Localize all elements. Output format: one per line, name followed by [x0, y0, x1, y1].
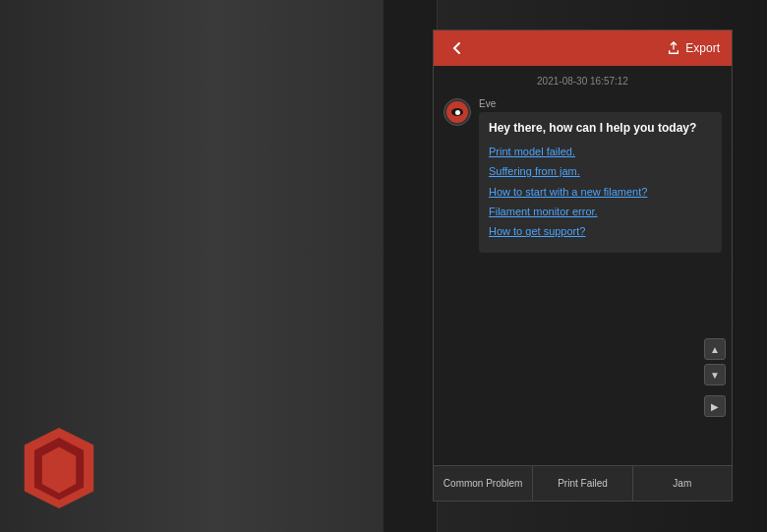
avatar-inner [446, 101, 468, 123]
link-filament-monitor[interactable]: Filament monitor error. [489, 205, 712, 219]
svg-marker-2 [42, 446, 76, 493]
top-bar: Export [434, 30, 732, 66]
send-icon: ▶ [711, 401, 719, 412]
scroll-down-button[interactable]: ▼ [704, 364, 726, 385]
scroll-controls: ▲ ▼ ▶ [704, 338, 726, 417]
timestamp: 2021-08-30 16:57:12 [443, 76, 722, 87]
panel-bar [384, 0, 438, 532]
message-content: Eve Hey there, how can I help you today?… [479, 98, 722, 253]
bottom-toolbar: Common Problem Print Failed Jam [434, 465, 732, 501]
message-row: Eve Hey there, how can I help you today?… [443, 98, 722, 253]
logo-hex [20, 424, 98, 512]
print-failed-button[interactable]: Print Failed [533, 466, 632, 501]
sender-name: Eve [479, 98, 722, 109]
link-print-failed[interactable]: Print model failed. [489, 145, 712, 159]
back-icon [450, 41, 464, 55]
avatar-eye [451, 108, 463, 116]
avatar-pupil [455, 110, 460, 115]
export-button[interactable]: Export [667, 41, 720, 55]
scroll-up-button[interactable]: ▲ [704, 338, 726, 360]
export-label: Export [685, 41, 720, 55]
link-jam[interactable]: Suffering from jam. [489, 164, 712, 179]
jam-button[interactable]: Jam [633, 466, 732, 501]
message-text: Hey there, how can I help you today? [489, 120, 712, 137]
message-bubble: Hey there, how can I help you today? Pri… [479, 112, 722, 253]
chat-area: 2021-08-30 16:57:12 Eve Hey there, how c… [434, 66, 732, 465]
link-get-support[interactable]: How to get support? [489, 224, 712, 239]
send-button[interactable]: ▶ [704, 395, 726, 417]
scroll-up-icon: ▲ [710, 344, 720, 355]
export-icon [667, 41, 680, 55]
avatar [443, 98, 471, 126]
scroll-down-icon: ▼ [710, 370, 720, 381]
back-button[interactable] [445, 36, 469, 60]
screen-container: Export 2021-08-30 16:57:12 Eve Hey there… [433, 30, 733, 502]
link-new-filament[interactable]: How to start with a new filament? [489, 185, 712, 200]
common-problem-button[interactable]: Common Problem [434, 466, 533, 501]
